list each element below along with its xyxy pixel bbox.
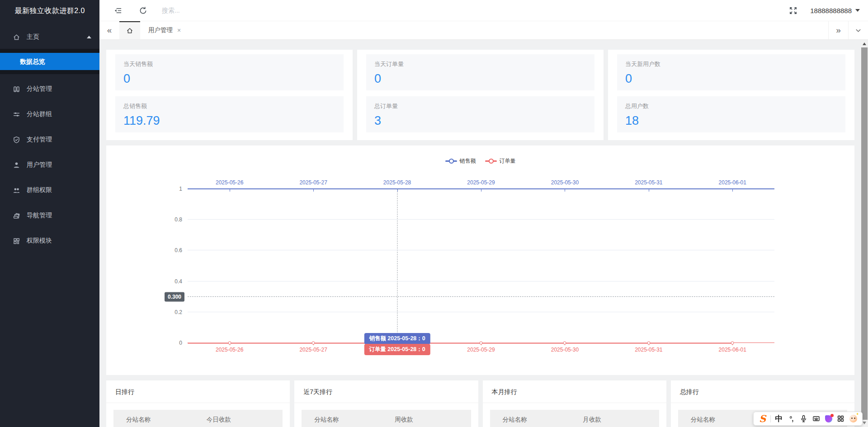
users-icon [13, 187, 20, 194]
x-axis-tick-top [230, 189, 230, 192]
home-icon [13, 33, 20, 41]
legend-item-sales[interactable]: 销售额 [445, 157, 476, 165]
x-axis-label-bottom: 2025-05-29 [467, 347, 495, 353]
ime-toolbar: S 中 °, [753, 412, 863, 426]
collapse-sidebar-button[interactable] [105, 0, 130, 21]
sidebar-item-label: 主页 [27, 33, 39, 41]
stats-column-sales: 当天销售额 0 总销售额 119.79 [106, 50, 353, 140]
ranking-table-header: 分站名称 今日收款 [113, 410, 283, 427]
scrollbar-thumb[interactable] [861, 47, 868, 420]
ranking-table-header: 分站名称 月收款 [490, 410, 659, 427]
stat-label: 总订单量 [374, 102, 586, 110]
sogou-logo-icon[interactable]: S [757, 413, 768, 425]
sidebar-item-group-permissions[interactable]: 群组权限 [0, 178, 99, 202]
username-text: 18888888888 [810, 7, 852, 14]
ranking-title: 日排行 [106, 380, 290, 403]
stat-card-total-sales: 总销售额 119.79 [115, 96, 344, 132]
y-axis-label: 0.8 [175, 216, 182, 223]
sidebar-item-label: 导航管理 [27, 211, 52, 220]
stats-section: 当天销售额 0 总销售额 119.79 当天订单量 0 总订单量 3 当天新用户… [106, 50, 854, 140]
triangle-down-icon [863, 422, 866, 424]
tab-home[interactable] [119, 21, 140, 39]
fullscreen-button[interactable] [780, 0, 806, 21]
shield-check-icon [13, 136, 20, 144]
sidebar-item-payment-management[interactable]: 支付管理 [0, 128, 99, 151]
toolbox-grid-icon[interactable] [835, 413, 846, 425]
stat-card-total-users: 总用户数 18 [617, 96, 845, 132]
axis-pointer-label-y: 0.300 [165, 292, 184, 301]
legend-marker-blue-icon [445, 160, 457, 162]
sliders-icon [13, 111, 20, 118]
chinese-mode-icon[interactable]: 中 [774, 413, 784, 425]
sidebar-item-substation-management[interactable]: 分站管理 [0, 77, 99, 101]
sidebar-item-home[interactable]: 主页 [0, 25, 99, 49]
y-axis-label: 1 [179, 186, 182, 192]
sidebar-item-permission-module[interactable]: 权限模块 [0, 229, 99, 253]
stat-card-today-sales: 当天销售额 0 [115, 54, 344, 90]
microphone-icon[interactable] [798, 413, 809, 425]
stat-label: 总销售额 [123, 102, 335, 110]
punctuation-mode-icon[interactable]: °, [786, 413, 797, 425]
sidebar-item-label: 用户管理 [27, 161, 52, 169]
rankings-section: 日排行 分站名称 今日收款 近7天排行 分站名称 周收款 本月排行 分站名称 月… [106, 380, 854, 427]
legend-item-orders[interactable]: 订单量 [485, 157, 516, 165]
fullscreen-icon [789, 6, 797, 15]
column-header-amount: 今日收款 [207, 416, 283, 424]
search-input[interactable] [162, 7, 261, 14]
orders-series-line [188, 343, 732, 344]
tab-close-icon[interactable]: × [177, 27, 181, 34]
x-axis-tick-top [313, 189, 314, 192]
data-point-marker [563, 342, 566, 345]
tabs-menu-button[interactable] [848, 21, 868, 39]
x-axis-tick-top [649, 189, 649, 192]
x-axis-tick-top [732, 189, 733, 192]
sales-orders-chart: 销售额 订单量 销售额 2025-05-28：0 订单量 2025-05-28：… [106, 145, 854, 375]
y-axis-label: 0 [179, 340, 182, 346]
sidebar-item-label: 支付管理 [27, 136, 52, 144]
refresh-button[interactable] [130, 0, 156, 21]
legend-label: 订单量 [500, 157, 516, 165]
crosshair-vertical-line [397, 189, 397, 343]
emoji-icon[interactable] [848, 413, 859, 425]
x-axis-tick-top [481, 189, 481, 192]
user-menu[interactable]: 18888888888 [806, 0, 868, 21]
sidebar-item-label: 群组权限 [27, 186, 52, 194]
data-point-marker [731, 342, 734, 345]
gridline [188, 312, 774, 312]
ranking-title: 近7天排行 [294, 380, 478, 403]
stat-value: 0 [123, 72, 335, 86]
skin-theme-icon[interactable] [823, 413, 834, 425]
home-icon [126, 27, 133, 34]
x-axis-label-top: 2025-05-29 [467, 179, 495, 186]
stats-column-orders: 当天订单量 0 总订单量 3 [357, 50, 604, 140]
tab-user-management[interactable]: 用户管理 × [140, 21, 187, 39]
x-axis-label-top: 2025-05-27 [299, 179, 327, 186]
user-icon [13, 161, 20, 169]
keyboard-icon[interactable] [811, 413, 821, 425]
sidebar-item-navigation-management[interactable]: 导航管理 [0, 204, 99, 227]
column-header-site-name: 分站名称 [490, 416, 583, 424]
stats-column-users: 当天新用户数 0 总用户数 18 [608, 50, 854, 140]
tab-label: 用户管理 [148, 26, 173, 34]
substation-icon [13, 85, 20, 93]
tabs-scroll-left-button[interactable]: « [99, 21, 119, 39]
chevron-down-icon [855, 28, 861, 33]
x-axis-label-bottom: 2025-06-01 [719, 347, 746, 353]
scrollbar-up-arrow[interactable] [861, 41, 868, 47]
sidebar-item-user-management[interactable]: 用户管理 [0, 153, 99, 177]
collapse-sidebar-icon [113, 6, 122, 15]
x-axis-tick-top [565, 189, 565, 192]
stat-value: 0 [625, 72, 837, 86]
column-header-site-name: 分站名称 [113, 416, 207, 424]
column-header-amount: 月收款 [583, 416, 659, 424]
sidebar-item-data-overview[interactable]: 数据总览 [0, 53, 99, 70]
sidebar-item-substation-groups[interactable]: 分站群组 [0, 103, 99, 126]
x-axis-label-top: 2025-05-31 [635, 179, 662, 186]
sidebar-item-label: 分站群组 [27, 110, 52, 118]
stat-card-today-new-users: 当天新用户数 0 [617, 54, 845, 90]
y-axis-label: 0.2 [175, 309, 182, 315]
tabs-scroll-right-button[interactable]: » [828, 21, 848, 39]
ranking-table-header: 分站名称 周收款 [302, 410, 471, 427]
x-axis-label-top: 2025-05-28 [383, 179, 411, 186]
x-axis-tick-top [397, 189, 398, 192]
